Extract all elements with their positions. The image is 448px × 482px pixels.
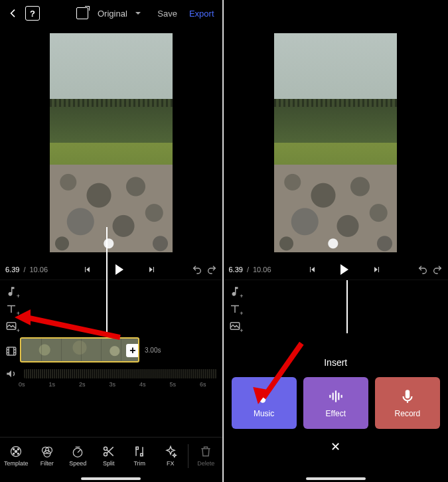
delete-button[interactable]: Delete bbox=[191, 445, 221, 467]
soundwave-icon bbox=[327, 388, 344, 405]
help-button[interactable]: ? bbox=[25, 6, 40, 21]
template-icon bbox=[9, 445, 23, 458]
video-clip-track[interactable]: + 3.00s bbox=[5, 337, 217, 365]
insert-effect-button[interactable]: Effect bbox=[303, 377, 368, 429]
film-icon bbox=[5, 345, 17, 357]
add-clip-button[interactable]: + bbox=[126, 344, 139, 357]
toolbar-separator bbox=[188, 444, 188, 468]
insert-title: Insert bbox=[232, 357, 441, 368]
bottom-toolbar: Template Filter Speed Split Trim FX bbox=[0, 437, 222, 474]
undo-icon-r[interactable] bbox=[417, 264, 428, 275]
volume-icon[interactable] bbox=[5, 368, 17, 380]
effect-label: Effect bbox=[326, 409, 346, 418]
time-total: 10.06 bbox=[29, 266, 48, 274]
time-total-right: 10.06 bbox=[253, 266, 271, 274]
add-text-track-icon[interactable]: + bbox=[5, 303, 17, 315]
fx-button[interactable]: FX bbox=[156, 445, 186, 467]
video-preview-right[interactable] bbox=[224, 27, 449, 259]
speed-icon bbox=[71, 445, 84, 458]
playhead-right[interactable] bbox=[346, 280, 348, 333]
svg-point-5 bbox=[18, 449, 19, 450]
clip-duration-label: 3.00s bbox=[145, 347, 161, 354]
svg-rect-20 bbox=[406, 390, 410, 398]
next-frame-icon[interactable] bbox=[148, 266, 156, 274]
close-sheet-button[interactable]: ✕ bbox=[232, 440, 441, 454]
chevron-down-icon[interactable] bbox=[135, 12, 141, 15]
save-button[interactable]: Save bbox=[157, 9, 177, 19]
time-separator: / bbox=[23, 266, 25, 274]
time-current-right: 6.39 bbox=[229, 266, 243, 274]
redo-icon-r[interactable] bbox=[432, 264, 443, 275]
trash-icon bbox=[199, 445, 212, 458]
next-frame-icon-r[interactable] bbox=[373, 266, 381, 274]
export-button[interactable]: Export bbox=[189, 9, 214, 19]
insert-record-button[interactable]: Record bbox=[375, 377, 440, 429]
fx-label: FX bbox=[167, 460, 175, 467]
editor-screen-left: ? Original Save Export 6.39 / 10.06 bbox=[0, 0, 222, 482]
playback-bar-right: 6.39 / 10.06 bbox=[224, 259, 449, 280]
music-icon bbox=[256, 388, 273, 405]
add-audio-track-icon-r[interactable]: + bbox=[229, 285, 241, 297]
time-ruler: 0s 1s 2s 3s 4s 5s 6s 7s 8s bbox=[0, 381, 222, 393]
svg-rect-15 bbox=[329, 395, 331, 398]
aspect-ratio-icon[interactable] bbox=[76, 7, 88, 19]
speed-label: Speed bbox=[69, 460, 86, 467]
playhead[interactable] bbox=[106, 227, 108, 337]
svg-point-13 bbox=[104, 453, 107, 456]
video-preview[interactable] bbox=[0, 27, 222, 259]
preview-frame bbox=[50, 33, 173, 252]
sparkle-icon bbox=[164, 445, 177, 458]
filter-label: Filter bbox=[40, 460, 54, 467]
svg-rect-16 bbox=[332, 393, 333, 400]
back-icon[interactable] bbox=[8, 8, 19, 19]
svg-rect-19 bbox=[340, 395, 342, 398]
trim-icon bbox=[133, 445, 146, 458]
svg-point-12 bbox=[104, 447, 107, 450]
home-indicator-r bbox=[306, 477, 366, 480]
add-image-track-icon[interactable]: + bbox=[5, 320, 17, 332]
music-label: Music bbox=[254, 409, 274, 418]
prev-frame-icon-r[interactable] bbox=[308, 266, 316, 274]
delete-label: Delete bbox=[197, 460, 214, 467]
trim-button[interactable]: Trim bbox=[125, 445, 155, 467]
playback-bar: 6.39 / 10.06 bbox=[0, 259, 222, 280]
play-button[interactable] bbox=[115, 265, 124, 274]
trim-label: Trim bbox=[133, 460, 145, 467]
filter-button[interactable]: Filter bbox=[33, 445, 62, 467]
top-bar: ? Original Save Export bbox=[0, 0, 222, 27]
split-button[interactable]: Split bbox=[94, 445, 124, 467]
speed-button[interactable]: Speed bbox=[63, 445, 93, 467]
timeline-right[interactable]: + + + bbox=[224, 280, 449, 337]
add-image-track-icon-r[interactable]: + bbox=[229, 320, 241, 332]
svg-rect-1 bbox=[7, 347, 16, 355]
svg-rect-18 bbox=[338, 393, 339, 400]
play-button-r[interactable] bbox=[340, 265, 349, 274]
svg-point-3 bbox=[15, 450, 17, 452]
filter-icon bbox=[40, 445, 54, 458]
add-text-track-icon-r[interactable]: + bbox=[229, 303, 241, 315]
selected-clip[interactable]: + bbox=[20, 337, 139, 362]
template-label: Template bbox=[4, 460, 29, 467]
mic-icon bbox=[399, 388, 416, 405]
time-current: 6.39 bbox=[5, 266, 19, 274]
editor-screen-right: 6.39 / 10.06 + + bbox=[224, 0, 449, 482]
scissors-icon bbox=[102, 445, 115, 458]
preview-frame-right bbox=[274, 33, 397, 252]
insert-sheet: Insert Music Effect Record ✕ bbox=[224, 352, 449, 473]
template-button[interactable]: Template bbox=[1, 445, 31, 467]
svg-point-6 bbox=[13, 453, 15, 454]
audio-waveform[interactable] bbox=[24, 369, 217, 378]
prev-frame-icon[interactable] bbox=[83, 266, 91, 274]
timeline[interactable]: + + + + 3.00s bbox=[0, 280, 222, 396]
undo-icon[interactable] bbox=[192, 264, 202, 275]
home-indicator bbox=[81, 477, 141, 480]
aspect-ratio-label[interactable]: Original bbox=[98, 9, 127, 19]
add-audio-track-icon[interactable]: + bbox=[5, 285, 17, 297]
insert-music-button[interactable]: Music bbox=[232, 377, 297, 429]
svg-rect-17 bbox=[335, 390, 336, 402]
svg-point-4 bbox=[13, 449, 15, 450]
split-label: Split bbox=[103, 460, 115, 467]
svg-point-7 bbox=[18, 453, 19, 454]
redo-icon[interactable] bbox=[206, 264, 217, 275]
record-label: Record bbox=[395, 409, 421, 418]
